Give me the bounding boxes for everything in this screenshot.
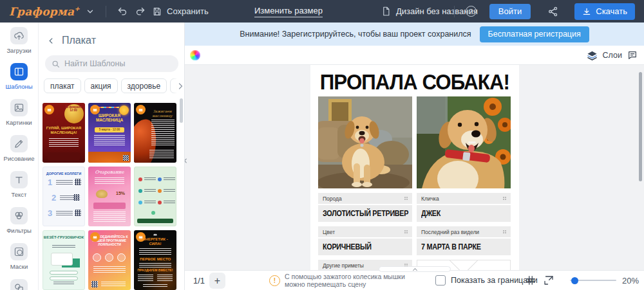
show-outside-checkbox[interactable] [435,275,446,285]
sidebar-item-templates[interactable]: Шаблоны [0,63,39,99]
template-title: ВЕЗЁТ-ГРУЗОВИЧОК [43,235,84,240]
chevron-up-icon [412,267,417,272]
decor-dot [138,189,142,193]
redo-button[interactable] [135,6,146,17]
zoom-slider[interactable] [570,280,616,281]
template-dancer-black[interactable]: Зажигаем масленицу [134,103,176,163]
chip-health[interactable]: здоровье [121,78,167,93]
decor-lines [95,177,124,185]
templates-panel: Плакат плакат акция здоровье реклама пр … [39,23,185,290]
template-title: ДОРОГИЕ КОЛЛЕГИ [43,172,84,176]
decor-lines [164,177,175,181]
filter-chips: плакат акция здоровье реклама пр [44,78,180,93]
app-logo[interactable]: Граформа+ [9,5,80,18]
canvas-viewport[interactable]: ПРОПАЛА СОБАКА! [185,65,644,270]
add-page-button[interactable]: + [209,273,225,289]
bottom-expand-handle[interactable] [379,266,451,272]
decor-qr [75,179,81,185]
decor-footer-bar [137,219,173,223]
free-registration-button[interactable]: Бесплатная регистрация [480,26,589,42]
registration-banner: Внимание! Зарегистрируйтесь, чтобы ваш п… [185,23,644,46]
field-last-seen[interactable]: Последний раз видели 7 МАРТА В ПАРКЕ [417,226,511,255]
drag-handle-icon [503,230,504,231]
premium-crown-icon [136,105,146,114]
template-energetik[interactable]: ЭНЕРГЕТИК - СИЛА! ПЕРВОЕ МЕСТО ПРАЗДНУЕМ… [134,230,176,290]
template-extra: ПРАЗДНУЕМ ВМЕСТЕ! [134,269,176,273]
decor-lines [94,135,125,145]
chips-scroll-right[interactable] [173,78,184,93]
sidebar-item-drawing[interactable]: Рисование [0,135,39,171]
premium-crown-icon [44,105,54,114]
dog-photo-left[interactable] [318,96,412,188]
decor-lines [144,189,156,193]
undo-icon [117,6,128,17]
field-label: Последний раз видели [421,229,479,235]
poster-photos [318,96,511,188]
login-button[interactable]: Войти [489,4,531,19]
sidebar-item-masks[interactable]: Маски [0,243,39,279]
sidebar-item-uploads[interactable]: Загрузки [0,27,39,63]
search-input[interactable] [64,59,161,68]
redo-icon [135,6,146,17]
decor-qr [73,194,80,201]
template-loyalty[interactable]: ПРИСОЕДИНЯЙТЕСЬ К НАШЕЙ ПРОГРАММЕ ЛОЯЛЬН… [88,230,131,290]
save-button[interactable]: Сохранить [152,6,209,17]
share-button[interactable] [547,6,559,17]
template-ocharovanie[interactable]: Очарование 15% [88,167,131,226]
panel-back-button[interactable]: Плакат [48,35,96,46]
chip-poster[interactable]: плакат [44,78,81,93]
step-number: 3 [48,208,52,218]
color-wheel-icon[interactable] [190,50,200,60]
field-breed[interactable]: Порода ЗОЛОТИСТЫЙ РЕТРИВЕР [318,193,412,222]
decor-truck [51,253,73,266]
dog-photo-right[interactable] [417,96,511,188]
template-maslenitsa-purple[interactable]: ШИРОКАЯ МАСЛЕНИЦА 5 марта · 12:00 [88,103,131,163]
field-color[interactable]: Цвет КОРИЧНЕВЫЙ [318,226,412,255]
sidebar-item-shapes[interactable]: Фигуры [0,279,39,290]
template-search[interactable] [45,55,178,72]
help-icon[interactable]: ? [466,6,477,17]
decor-lines [93,266,126,274]
templates-icon [10,63,28,80]
decor-lines [151,120,175,145]
drag-handle-icon [503,197,504,198]
comments-button[interactable] [627,50,638,60]
panel-scrollbar[interactable] [180,98,183,123]
field-name[interactable]: Кличка ДЖЕК [417,193,511,222]
canvas-scrollbar[interactable] [639,72,642,181]
rail-label: Шаблоны [5,83,32,90]
fullscreen-button[interactable] [543,275,554,286]
divider [106,6,106,17]
layers-button[interactable] [587,50,598,61]
document-icon [381,6,391,16]
decor-ornament [96,190,108,198]
poster-title-text: ПРОПАЛА СОБАКА! [320,70,509,94]
template-checklist-green[interactable] [134,167,176,226]
logo-chevron-down-icon[interactable] [86,7,95,16]
filters-icon [10,207,28,224]
decor-pill [50,276,78,280]
sidebar-item-filters[interactable]: Фильтры [0,207,39,243]
decor-qr [75,210,81,216]
sidebar-item-images[interactable]: Картинки [0,99,39,135]
download-button[interactable]: Скачать [574,3,635,20]
decor-lines [157,275,173,281]
template-colleagues[interactable]: ДОРОГИЕ КОЛЛЕГИ 1 2 3 [43,167,85,226]
zoom-level: 20% [622,276,639,285]
template-date: 5 марта · 12:00 [95,127,124,132]
grid-toggle-button[interactable] [525,275,536,286]
decor-qr [123,155,129,161]
zoom-slider-knob[interactable] [571,277,578,284]
undo-button[interactable] [117,6,128,17]
field-label: Кличка [421,195,439,202]
poster-title[interactable]: ПРОПАЛА СОБАКА! [310,65,519,94]
chip-sale[interactable]: акция [84,78,118,93]
resize-button[interactable]: Изменить размер [254,6,323,17]
decor-lines [164,189,175,193]
template-maslenitsa-red[interactable]: 28 февраля 12:00 ГУЛЯЙ, ШИРОКАЯ МАСЛЕНИЦ… [43,103,85,163]
poster-fields: Порода ЗОЛОТИСТЫЙ РЕТРИВЕР Кличка ДЖЕК Ц… [318,193,511,270]
decor-lines [139,263,171,267]
template-truck[interactable]: ВЕЗЁТ-ГРУЗОВИЧОК [43,230,85,290]
sidebar-item-text[interactable]: Текст [0,171,39,207]
artboard[interactable]: ПРОПАЛА СОБАКА! [310,65,519,270]
